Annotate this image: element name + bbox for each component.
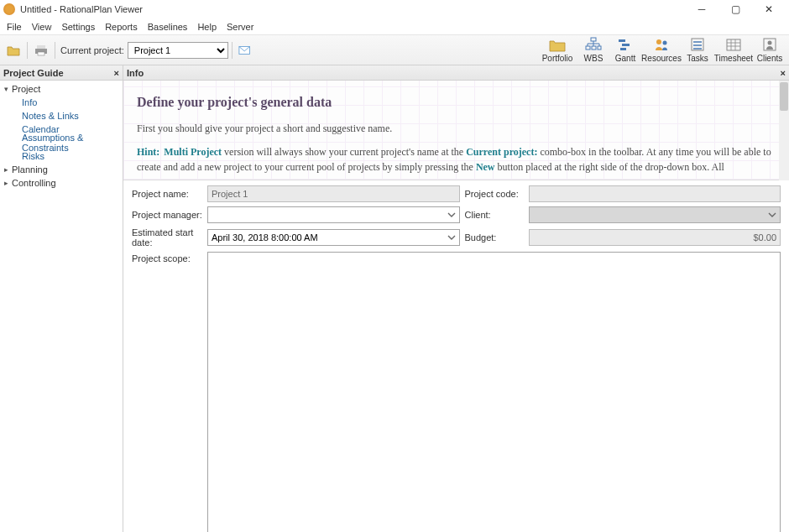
current-project-select[interactable]: Project 1 <box>128 42 228 59</box>
project-manager-select[interactable] <box>207 206 460 223</box>
window-controls: ─ ▢ ✕ <box>685 0 786 18</box>
help-block: Define your project's general data First… <box>123 81 789 180</box>
toolbar-tasks-label: Tasks <box>687 54 708 63</box>
app-icon <box>3 3 15 15</box>
svg-rect-4 <box>591 38 596 41</box>
separator <box>27 42 28 59</box>
label-project-name: Project name: <box>132 189 202 199</box>
toolbar-timesheet[interactable]: Timesheet <box>713 35 754 64</box>
menu-settings[interactable]: Settings <box>56 20 100 34</box>
menu-view[interactable]: View <box>27 20 57 34</box>
label-project-scope: Project scope: <box>132 252 202 263</box>
label-budget: Budget: <box>465 232 524 243</box>
hint-multi-project: Multi Project <box>164 146 222 158</box>
menu-baselines[interactable]: Baselines <box>143 20 193 34</box>
tree-item-project[interactable]: ▾ Project <box>0 82 123 96</box>
svg-point-12 <box>663 41 667 45</box>
svg-rect-8 <box>619 39 625 42</box>
window-title: Untitled - RationalPlan Viewer <box>20 4 685 14</box>
menu-file[interactable]: File <box>2 20 27 34</box>
chevron-right-icon[interactable]: ▸ <box>2 165 10 174</box>
mail-icon[interactable] <box>238 43 253 58</box>
chevron-down-icon[interactable]: ▾ <box>2 85 10 93</box>
tree-item-controlling[interactable]: ▸ Controlling <box>0 176 123 190</box>
current-project-label: Current project: <box>60 45 124 55</box>
tree-item-notes-links[interactable]: Notes & Links <box>0 109 123 123</box>
toolbar-resources-label: Resources <box>641 54 682 63</box>
menu-server[interactable]: Server <box>222 20 259 34</box>
svg-rect-5 <box>586 46 590 50</box>
hint-new: New <box>476 161 495 173</box>
menu-reports[interactable]: Reports <box>100 20 143 34</box>
project-guide-header: Project Guide × <box>0 65 123 81</box>
tree-item-label: Controlling <box>12 178 56 188</box>
clients-icon <box>761 36 778 53</box>
svg-rect-2 <box>38 52 44 55</box>
toolbar-resources[interactable]: Resources <box>641 35 682 64</box>
hint-current-project: Current project: <box>466 146 537 158</box>
toolbar-portfolio[interactable]: Portfolio <box>537 35 577 64</box>
toolbar-wbs[interactable]: WBS <box>577 35 609 64</box>
tree-item-label: Info <box>22 97 37 107</box>
tree-item-label: Planning <box>12 164 48 175</box>
project-form: Project name: Project code: Project mana… <box>123 180 789 532</box>
menu-help[interactable]: Help <box>192 20 222 34</box>
toolbar-tasks[interactable]: Tasks <box>682 35 713 64</box>
toolbar-timesheet-label: Timesheet <box>714 54 753 63</box>
toolbar-portfolio-label: Portfolio <box>542 54 573 63</box>
chevron-right-icon[interactable]: ▸ <box>2 179 10 187</box>
info-close-icon[interactable]: × <box>781 68 786 78</box>
project-guide-panel: Project Guide × ▾ Project Info Notes & L… <box>0 65 123 532</box>
toolbar-gantt[interactable]: Gantt <box>609 35 641 64</box>
hint-text-1: version will always show your current pr… <box>222 146 466 158</box>
hint-text-3: button placed at the right side of the d… <box>495 161 724 173</box>
tree-item-label: Assumptions & Constraints <box>22 133 123 153</box>
project-name-field[interactable] <box>207 185 460 202</box>
help-hint: Hint: Multi Project version will always … <box>137 144 776 175</box>
toolbar-right: Portfolio WBS Gantt Resources Tasks Time… <box>537 35 786 64</box>
menubar: File View Settings Reports Baselines Hel… <box>0 18 789 35</box>
client-select[interactable] <box>529 206 781 223</box>
info-header: Info × <box>123 65 789 81</box>
project-scope-textarea[interactable] <box>207 252 781 532</box>
svg-rect-0 <box>37 45 45 49</box>
maximize-button[interactable]: ▢ <box>718 0 752 18</box>
print-icon[interactable] <box>34 43 49 58</box>
separator <box>55 42 55 59</box>
label-project-manager: Project manager: <box>132 210 202 220</box>
project-guide-title: Project Guide <box>3 68 64 78</box>
budget-field[interactable] <box>529 229 781 246</box>
tree-item-info[interactable]: Info <box>0 96 123 109</box>
minimize-button[interactable]: ─ <box>685 0 718 18</box>
open-folder-icon[interactable] <box>6 43 21 58</box>
label-project-code: Project code: <box>465 189 524 199</box>
project-guide-close-icon[interactable]: × <box>114 68 119 78</box>
project-code-field[interactable] <box>529 185 781 202</box>
toolbar-clients-label: Clients <box>757 54 783 63</box>
scrollbar-thumb[interactable] <box>780 82 788 111</box>
help-scrollbar[interactable] <box>779 81 789 180</box>
titlebar: Untitled - RationalPlan Viewer ─ ▢ ✕ <box>0 0 789 18</box>
toolbar-wbs-label: WBS <box>584 54 604 63</box>
toolbar-clients[interactable]: Clients <box>754 35 786 64</box>
svg-point-16 <box>768 41 772 45</box>
label-client: Client: <box>465 210 524 220</box>
tree-item-assumptions[interactable]: Assumptions & Constraints <box>0 136 123 149</box>
tree-item-planning[interactable]: ▸ Planning <box>0 163 123 176</box>
svg-rect-7 <box>598 46 601 50</box>
tasks-icon <box>689 36 706 53</box>
help-line1: First you should give your project a sho… <box>137 121 776 136</box>
svg-rect-14 <box>727 39 740 50</box>
separator <box>232 42 233 59</box>
tree-item-label: Notes & Links <box>22 111 79 121</box>
info-body: Define your project's general data First… <box>123 81 789 532</box>
toolbar-gantt-label: Gantt <box>615 54 635 63</box>
svg-rect-10 <box>620 48 626 50</box>
info-panel: Info × Define your project's general dat… <box>123 65 789 532</box>
estimated-start-select[interactable]: April 30, 2018 8:00:00 AM <box>207 229 460 246</box>
close-button[interactable]: ✕ <box>752 0 786 18</box>
svg-rect-6 <box>592 46 596 50</box>
help-heading: Define your project's general data <box>137 92 776 112</box>
tree-item-label: Project <box>12 84 40 94</box>
svg-rect-9 <box>622 44 630 46</box>
